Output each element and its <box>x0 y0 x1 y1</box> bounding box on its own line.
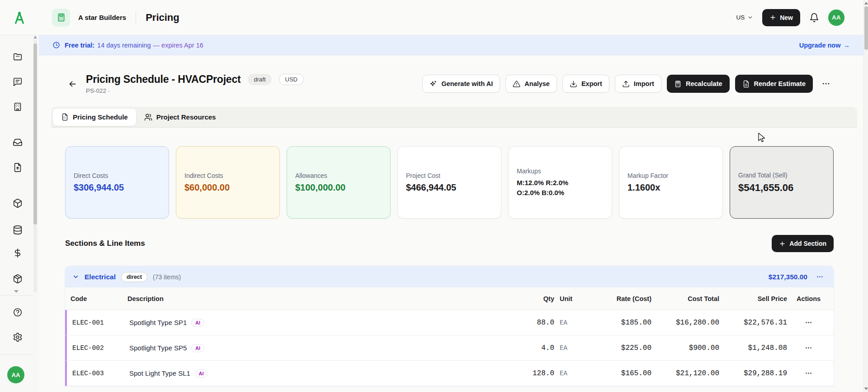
sidebar-scroll-down-arrow[interactable] <box>14 290 19 293</box>
sidebar-avatar[interactable]: AA <box>7 366 24 383</box>
chevron-down-icon[interactable] <box>72 273 79 280</box>
project-cost-value: $466,944.05 <box>406 182 493 193</box>
app-logo[interactable] <box>0 10 39 25</box>
clock-icon <box>52 41 60 49</box>
export-button[interactable]: Export <box>562 75 609 93</box>
tab-project-resources[interactable]: Project Resources <box>136 109 224 126</box>
dollar-icon <box>13 248 23 258</box>
ai-badge: AI <box>191 319 204 327</box>
sidebar-item-projects[interactable] <box>8 47 27 66</box>
section-header[interactable]: Electrical direct (73 items) $217,350.00 <box>65 266 834 287</box>
sidebar-scrollbar[interactable] <box>33 39 37 292</box>
section-more-button[interactable] <box>813 271 826 283</box>
sidebar-item-help[interactable] <box>8 303 27 322</box>
item-code: ELEC-002 <box>72 344 127 352</box>
topbar-divider <box>136 12 136 24</box>
cube-icon <box>13 198 23 208</box>
row-more-button[interactable] <box>787 317 830 329</box>
sparkles-icon <box>429 80 437 88</box>
item-qty: 128.0 <box>514 369 554 378</box>
item-unit: EA <box>554 319 586 326</box>
document-icon <box>61 113 69 121</box>
header-more-button[interactable] <box>818 76 834 91</box>
sidebar-item-packages[interactable] <box>8 269 27 288</box>
trial-remaining: 14 days remaining <box>97 42 151 49</box>
item-qty: 88.0 <box>514 319 554 327</box>
item-unit: EA <box>554 370 586 377</box>
ai-badge: AI <box>195 369 208 378</box>
new-button[interactable]: New <box>762 9 800 26</box>
file-upload-icon <box>13 163 23 172</box>
ellipsis-icon <box>805 369 812 377</box>
generate-with-ai-button[interactable]: Generate with AI <box>422 75 500 93</box>
sidebar-item-products[interactable] <box>8 194 27 213</box>
arrow-right-icon: → <box>844 42 850 49</box>
user-avatar[interactable]: AA <box>828 10 844 26</box>
back-button[interactable] <box>65 76 80 91</box>
calculator-icon <box>674 80 682 88</box>
item-sell-price: $1,248.08 <box>719 344 787 352</box>
grand-total-value: $541,655.06 <box>738 182 825 194</box>
row-more-button[interactable] <box>787 342 830 354</box>
toolbar: Generate with AI Analyse Export Import R… <box>422 75 834 93</box>
trial-label: Free trial: <box>65 42 94 49</box>
download-icon <box>570 80 577 88</box>
section-name: Electrical <box>85 273 116 281</box>
tab-pricing-schedule[interactable]: Pricing Schedule <box>53 109 136 126</box>
region-selector[interactable]: US <box>736 14 753 21</box>
item-sell-price: $22,576.31 <box>719 319 787 327</box>
sidebar-item-database[interactable] <box>8 220 27 239</box>
sidebar-item-company[interactable] <box>8 97 27 116</box>
table-row: ELEC-002 Spotlight Type SP5AI 4.0 EA $22… <box>65 335 834 361</box>
item-rate: $165.00 <box>586 369 651 378</box>
row-more-button[interactable] <box>787 368 830 379</box>
compass-logo-icon <box>12 10 27 25</box>
sidebar-item-inbox[interactable] <box>8 133 27 152</box>
item-cost-total: $900.00 <box>651 344 719 352</box>
sidebar-item-file-import[interactable] <box>8 158 27 177</box>
alert-triangle-icon <box>513 80 520 88</box>
render-estimate-button[interactable]: Render Estimate <box>735 75 813 93</box>
database-icon <box>13 225 23 235</box>
upgrade-now-link[interactable]: Upgrade now → <box>799 42 850 49</box>
currency-badge: USD <box>279 74 304 85</box>
add-section-button[interactable]: Add Section <box>772 235 834 252</box>
item-description: Spot Light Type SL1AI <box>127 369 514 378</box>
analyse-button[interactable]: Analyse <box>505 75 557 93</box>
ellipsis-icon <box>805 344 812 352</box>
tab-bar: Pricing Schedule Project Resources <box>51 107 857 128</box>
status-badge: draft <box>248 74 271 85</box>
users-icon <box>144 113 152 121</box>
item-description: Spotlight Type SP5AI <box>127 344 514 352</box>
upload-icon <box>622 80 630 88</box>
workspace-chip[interactable] <box>52 9 70 27</box>
sections-heading: Sections & Line Items <box>65 239 145 248</box>
sidebar-item-chat[interactable] <box>8 72 27 91</box>
plus-icon <box>779 240 786 247</box>
trial-expires: — expires Apr 16 <box>153 42 203 49</box>
ellipsis-icon <box>805 319 812 326</box>
gear-icon <box>13 332 23 342</box>
item-cost-total: $16,280.00 <box>651 319 719 327</box>
calculator-icon <box>57 13 66 22</box>
table-header: Code Description Qty Unit Rate (Cost) Co… <box>65 287 834 310</box>
sections-header-row: Sections & Line Items Add Section <box>65 235 834 252</box>
sidebar-item-pricing[interactable] <box>8 244 27 263</box>
import-button[interactable]: Import <box>615 75 661 93</box>
item-sell-price: $29,288.19 <box>719 369 787 378</box>
sidebar-item-settings[interactable] <box>8 328 27 347</box>
recalculate-button[interactable]: Recalculate <box>667 75 730 93</box>
app: A star Builders Pricing US New AA <box>0 0 868 392</box>
item-code: ELEC-003 <box>72 370 127 377</box>
item-rate: $225.00 <box>586 344 651 352</box>
item-rate: $185.00 <box>586 319 651 327</box>
workspace-name[interactable]: A star Builders <box>78 14 126 21</box>
notifications-bell-icon[interactable] <box>809 13 819 23</box>
section-total: $217,350.00 <box>769 273 807 281</box>
markup-factor-value: 1.1600x <box>627 182 714 193</box>
item-code: ELEC-001 <box>72 319 127 326</box>
markups-line2: O:2.0% B:0.0% <box>517 188 604 198</box>
summary-cards: Direct Costs $306,944.05 Indirect Costs … <box>65 146 834 219</box>
page-scrollbar[interactable] <box>863 0 868 392</box>
document-icon <box>742 80 750 88</box>
